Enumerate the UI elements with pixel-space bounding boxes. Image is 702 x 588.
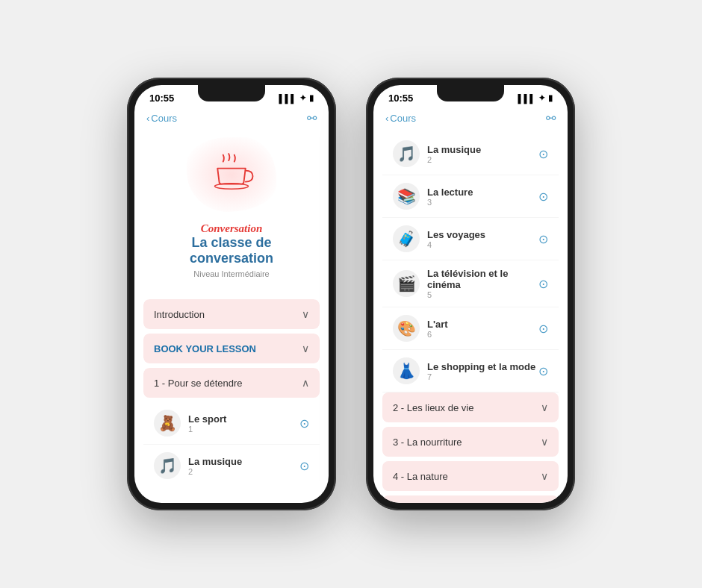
list-item-art: 🎨 L'art 6 ⊙ xyxy=(382,307,559,350)
status-time-1: 10:55 xyxy=(149,93,174,104)
item-info-lecture: La lecture 3 xyxy=(427,187,538,207)
hero-section: Conversation La classe de conversation N… xyxy=(134,130,329,299)
chevron-section1: ∧ xyxy=(302,377,309,389)
item-emoji-shopping: 👗 xyxy=(393,357,420,384)
accordion-book-lesson: BOOK YOUR LESSON ∨ xyxy=(143,334,320,363)
accordion-label-section1: 1 - Pour se détendre xyxy=(154,378,243,389)
course-subtitle: Niveau Intermédiaire xyxy=(193,269,270,278)
accordion-header-section1[interactable]: 1 - Pour se détendre ∧ xyxy=(143,368,320,398)
item-name-sport: Le sport xyxy=(188,413,299,425)
accordion-header-introduction[interactable]: Introduction ∨ xyxy=(143,299,320,329)
course-title: La classe de conversation xyxy=(149,235,314,266)
item-emoji-musique1: 🎵 xyxy=(154,452,181,479)
item-info-television: La télévision et le cinéma 5 xyxy=(427,268,538,299)
download-icon-musique2[interactable]: ⊙ xyxy=(538,147,548,161)
logo-area xyxy=(187,137,276,212)
section-technologie[interactable]: 5 - La technologie ∨ xyxy=(382,495,559,503)
link-icon-2[interactable]: ⚯ xyxy=(546,111,556,125)
download-icon-musique1[interactable]: ⊙ xyxy=(299,459,309,473)
item-info-musique2: La musique 2 xyxy=(427,144,538,164)
list-item-sport: 🧸 Le sport 1 ⊙ xyxy=(143,402,320,445)
chevron-nourriture: ∨ xyxy=(541,436,548,448)
item-info-shopping: Le shopping et la mode 7 xyxy=(427,361,538,381)
item-number-television: 5 xyxy=(427,290,538,299)
item-info-art: L'art 6 xyxy=(427,319,538,339)
list-item-musique1: 🎵 La musique 2 ⊙ xyxy=(143,445,320,487)
item-number-musique2: 2 xyxy=(427,155,538,164)
list-item-voyages: 🧳 Les voyages 4 ⊙ xyxy=(382,218,559,260)
logo-text: Conversation xyxy=(201,222,263,235)
item-emoji-musique2: 🎵 xyxy=(393,140,420,167)
chevron-introduction: ∨ xyxy=(302,308,309,320)
chevron-lieux: ∨ xyxy=(541,401,548,413)
nav-bar-1: ‹ Cours ⚯ xyxy=(134,107,329,130)
item-emoji-voyages: 🧳 xyxy=(393,225,420,252)
item-name-musique2: La musique xyxy=(427,144,538,155)
section-nature[interactable]: 4 - La nature ∨ xyxy=(382,461,559,491)
item-name-voyages: Les voyages xyxy=(427,229,538,240)
accordion-label-book-lesson: BOOK YOUR LESSON xyxy=(154,343,256,354)
list-item-musique2: 🎵 La musique 2 ⊙ xyxy=(382,133,559,175)
accordion-section1: 1 - Pour se détendre ∧ xyxy=(143,368,320,398)
item-number-voyages: 4 xyxy=(427,240,538,249)
download-icon-shopping[interactable]: ⊙ xyxy=(538,364,548,378)
item-info-voyages: Les voyages 4 xyxy=(427,229,538,249)
accordion-label-introduction: Introduction xyxy=(154,309,205,320)
item-name-shopping: Le shopping et la mode xyxy=(427,361,538,372)
notch-2 xyxy=(437,85,504,101)
download-icon-television[interactable]: ⊙ xyxy=(538,277,548,291)
phone-2-inner: 10:55 ▌▌▌ ✦ ▮ ‹ Cours ⚯ 🎵 xyxy=(373,85,568,503)
nav-title-1: Cours xyxy=(151,113,177,124)
section-lieux-de-vie[interactable]: 2 - Les lieux de vie ∨ xyxy=(382,392,559,422)
item-name-musique1: La musique xyxy=(188,456,299,467)
item-name-television: La télévision et le cinéma xyxy=(427,268,538,290)
notch-1 xyxy=(198,85,265,101)
item-emoji-art: 🎨 xyxy=(393,315,420,342)
phone-2-content: 🎵 La musique 2 ⊙ 📚 La lecture 3 ⊙ xyxy=(373,130,568,503)
status-icons-2: ▌▌▌ ✦ ▮ xyxy=(518,93,553,103)
list-item-shopping: 👗 Le shopping et la mode 7 ⊙ xyxy=(382,350,559,392)
battery-icon-2: ▮ xyxy=(548,93,553,103)
chevron-book-lesson: ∨ xyxy=(302,343,309,354)
item-emoji-sport: 🧸 xyxy=(154,410,181,437)
phone-1: 10:55 ▌▌▌ ✦ ▮ ‹ Cours ⚯ xyxy=(127,78,336,510)
item-emoji-lecture: 📚 xyxy=(393,183,420,210)
item-number-musique1: 2 xyxy=(188,467,299,476)
item-number-sport: 1 xyxy=(188,425,299,434)
back-chevron-2: ‹ xyxy=(385,113,388,124)
signal-icon: ▌▌▌ xyxy=(279,94,296,103)
section-label-nourriture: 3 - La nourriture xyxy=(393,437,462,448)
wifi-icon-2: ✦ xyxy=(538,93,545,103)
download-icon-lecture[interactable]: ⊙ xyxy=(538,190,548,204)
accordion-introduction: Introduction ∨ xyxy=(143,299,320,329)
phone-1-content: Conversation La classe de conversation N… xyxy=(134,130,329,503)
link-icon-1[interactable]: ⚯ xyxy=(307,111,317,125)
nav-bar-2: ‹ Cours ⚯ xyxy=(373,107,568,130)
back-chevron-1: ‹ xyxy=(146,113,149,124)
download-icon-art[interactable]: ⊙ xyxy=(538,322,548,336)
item-number-art: 6 xyxy=(427,330,538,339)
item-name-art: L'art xyxy=(427,319,538,330)
back-button-1[interactable]: ‹ Cours xyxy=(146,113,177,124)
list-item-lecture: 📚 La lecture 3 ⊙ xyxy=(382,175,559,218)
status-icons-1: ▌▌▌ ✦ ▮ xyxy=(279,93,314,103)
phone-1-inner: 10:55 ▌▌▌ ✦ ▮ ‹ Cours ⚯ xyxy=(134,85,329,503)
item-number-lecture: 3 xyxy=(427,198,538,207)
phone-2: 10:55 ▌▌▌ ✦ ▮ ‹ Cours ⚯ 🎵 xyxy=(366,78,575,510)
back-button-2[interactable]: ‹ Cours xyxy=(385,113,416,124)
phones-container: 10:55 ▌▌▌ ✦ ▮ ‹ Cours ⚯ xyxy=(97,48,605,540)
chevron-nature: ∨ xyxy=(541,470,548,482)
section-label-nature: 4 - La nature xyxy=(393,471,448,482)
download-icon-voyages[interactable]: ⊙ xyxy=(538,232,548,246)
accordion-header-book-lesson[interactable]: BOOK YOUR LESSON ∨ xyxy=(143,334,320,363)
download-icon-sport[interactable]: ⊙ xyxy=(299,416,309,431)
section-label-lieux: 2 - Les lieux de vie xyxy=(393,402,473,413)
item-name-lecture: La lecture xyxy=(427,187,538,198)
item-info-musique1: La musique 2 xyxy=(188,456,299,476)
signal-icon-2: ▌▌▌ xyxy=(518,94,535,103)
item-emoji-television: 🎬 xyxy=(393,270,420,297)
status-time-2: 10:55 xyxy=(388,93,413,104)
item-number-shopping: 7 xyxy=(427,372,538,381)
section-nourriture[interactable]: 3 - La nourriture ∨ xyxy=(382,427,559,457)
list-item-television: 🎬 La télévision et le cinéma 5 ⊙ xyxy=(382,260,559,307)
